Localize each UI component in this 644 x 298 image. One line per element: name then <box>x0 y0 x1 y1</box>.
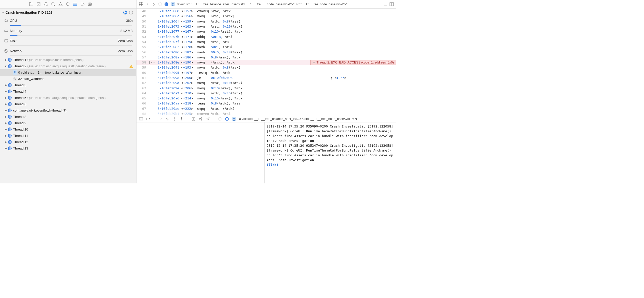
tag-icon[interactable] <box>66 2 70 6</box>
svg-rect-111 <box>226 118 227 120</box>
disclosure-triangle-icon[interactable]: ▶ <box>4 121 8 125</box>
disclosure-triangle-icon[interactable]: ▶ <box>4 128 8 131</box>
gauge-net[interactable]: NetworkZero KB/s <box>0 47 136 55</box>
disclosure-triangle-icon[interactable]: ▶ <box>4 147 8 150</box>
breakpoint-nav-icon[interactable] <box>80 2 85 6</box>
thread-row[interactable]: ▶Thread 3 <box>0 82 136 88</box>
gauge-disk[interactable]: DiskZero KB/s <box>0 36 136 45</box>
asm-line[interactable]: 610x10feb2098 <+200>: je 0x10feb209e; <+… <box>136 75 396 80</box>
disclosure-triangle-icon[interactable]: ▶ <box>4 140 8 144</box>
disclosure-triangle-icon[interactable]: ▶ <box>4 102 8 106</box>
asm-line[interactable]: 660x10feb20aa <+218>: leaq 0x8(%rdx), %r… <box>136 101 396 106</box>
thread-row[interactable]: ▶Thread 5Queue: com.esri.arcgis.requestO… <box>0 95 136 101</box>
location-icon[interactable] <box>206 117 210 121</box>
step-out-icon[interactable] <box>179 117 183 121</box>
svg-point-99 <box>174 120 175 120</box>
hierarchy-icon[interactable] <box>44 2 48 6</box>
thread-row[interactable]: ▶Thread 6 <box>0 101 136 107</box>
split-view-icon[interactable]: + <box>389 2 394 6</box>
asm-line[interactable]: 560x10feb2086 <+182>: movb $0x0, 0x18(%r… <box>136 50 396 55</box>
breakpoints-toggle-icon[interactable] <box>146 117 150 121</box>
no-symbols-icon[interactable] <box>36 2 41 6</box>
variables-view[interactable] <box>136 122 265 183</box>
asm-line[interactable]: 500x10feb206f <+159>: movq %rdx, 0x8(%rs… <box>136 19 396 24</box>
view-debug-icon[interactable] <box>192 117 196 121</box>
thread-icon[interactable] <box>164 2 169 6</box>
asm-line[interactable]: 510x10feb2073 <+163>: movq %rsi, 0x10(%r… <box>136 24 396 29</box>
asm-line[interactable]: 520x10feb2077 <+167>: movq 0x10(%rsi), %… <box>136 29 396 34</box>
svg-rect-38 <box>10 65 11 68</box>
stack-frame-row[interactable]: 32 start_wqthread <box>0 76 136 82</box>
asm-line[interactable]: 640x10feb20a2 <+210>: movq %rdx, 0x10(%r… <box>136 91 396 96</box>
asm-line[interactable]: 670x10feb20ae <+222>: cmpq %rax, (%rdx) <box>136 106 396 111</box>
asm-line[interactable]: 650x10feb20a6 <+214>: movq 0x10(%rax), %… <box>136 96 396 101</box>
asm-line[interactable]: 680x10feb20b1 <+225>: cmoveq %rdx, %rsi <box>136 111 396 115</box>
continue-icon[interactable] <box>158 117 162 121</box>
thread-row[interactable]: ▶Thread 8 <box>0 114 136 120</box>
memory-graph-icon[interactable] <box>199 117 203 121</box>
hide-debug-icon[interactable] <box>139 117 143 121</box>
debug-area: 0 void std::__1::__tree_balance_after_in… <box>136 115 396 183</box>
thread-row[interactable]: ▶Thread 13 <box>0 145 136 152</box>
disclosure-triangle-icon[interactable]: ▶ <box>4 96 8 99</box>
asm-line[interactable]: 58|->0x10feb208e <+190>: movq (%rcx), %r… <box>136 60 396 65</box>
console-output[interactable]: 2019-12-14 17:35:20.935090+0200 Crash In… <box>265 122 397 183</box>
gauge-cpu[interactable]: CPU36% <box>0 16 136 25</box>
target-dotted-icon[interactable] <box>218 117 222 121</box>
refresh-circle-icon[interactable] <box>123 10 127 15</box>
debug-jump-path[interactable]: 0 void std::__1::__tree_balance_after_in… <box>239 117 394 121</box>
process-header[interactable]: ▼ Crash Investigation PID 3192 <box>0 9 136 16</box>
disclosure-triangle-icon[interactable]: ▶ <box>4 58 8 61</box>
jump-bar[interactable]: 0 void std::__1::__tree_balance_after_in… <box>136 0 396 9</box>
thread-row[interactable]: ▼Thread 2Queue: com.esri.arcgis.requestO… <box>0 63 136 69</box>
forward-icon[interactable] <box>152 2 156 6</box>
svg-rect-96 <box>159 118 159 120</box>
line-number: 58 <box>136 60 149 65</box>
step-into-icon[interactable] <box>172 117 176 121</box>
asm-line[interactable]: 480x10feb2068 <+152>: cmoveq %rax, %rcx <box>136 9 396 14</box>
stack-frame-row[interactable]: 0 void std::__1::__tree_balance_after_in… <box>0 69 136 76</box>
thread-row[interactable]: ▶com.apple.uikit.eventfetch-thread (7) <box>0 107 136 114</box>
thread-row[interactable]: ▶Thread 12 <box>0 139 136 145</box>
thread-row[interactable]: ▶Thread 10 <box>0 126 136 133</box>
asm-line[interactable]: 630x10feb209e <+206>: movq 0x10(%rax), %… <box>136 86 396 91</box>
search-icon[interactable] <box>51 2 55 6</box>
thread-row[interactable]: ▶Thread 9 <box>0 120 136 126</box>
asm-line[interactable]: 530x10feb207b <+171>: addq $0x18, %rsi <box>136 34 396 39</box>
person-badge-icon[interactable] <box>232 117 236 121</box>
view-layout-icon[interactable] <box>129 10 133 15</box>
related-items-icon[interactable] <box>139 2 143 6</box>
step-over-icon[interactable] <box>165 117 169 121</box>
person-icon[interactable] <box>171 2 175 6</box>
thread-row[interactable]: ▶Thread 1Queue: com.apple.main-thread (s… <box>0 57 136 63</box>
report-nav-icon[interactable] <box>88 2 92 6</box>
asm-line[interactable]: 540x10feb207f <+175>: movq %rsi, %r8 <box>136 39 396 45</box>
gauge-mem[interactable]: Memory81,2 MB <box>0 26 136 35</box>
jump-bar-path[interactable]: 0 void std::__1::__tree_balance_after_in… <box>177 3 381 6</box>
back-icon[interactable] <box>145 2 150 6</box>
thread-name: Thread 9 <box>13 121 26 125</box>
target-icon[interactable] <box>158 2 162 6</box>
asm-line[interactable]: 570x10feb208a <+186>: movq 0x8(%rax), %r… <box>136 55 396 60</box>
thread-badge-icon[interactable] <box>225 117 229 121</box>
asm-line[interactable]: 600x10feb2095 <+197>: testq %rdx, %rdx <box>136 70 396 75</box>
warning-triangle-icon[interactable] <box>58 2 63 6</box>
disclosure-triangle-icon[interactable]: ▶ <box>4 83 8 87</box>
line-number: 55 <box>136 45 149 50</box>
asm-line[interactable]: 550x10feb2082 <+178>: movb $0x1, (%r8) <box>136 45 396 50</box>
disclosure-triangle-icon[interactable]: ▶ <box>4 115 8 118</box>
disclosure-triangle-icon[interactable]: ▶ <box>4 109 8 112</box>
asm-line[interactable]: 620x10feb209a <+202>: movq %rax, 0x10(%r… <box>136 80 396 86</box>
thread-row[interactable]: ▶Thread 4 <box>0 88 136 95</box>
disclosure-triangle-icon[interactable]: ▶ <box>4 134 8 137</box>
disclosure-triangle-icon[interactable]: ▼ <box>4 65 8 68</box>
thread-name: Thread 10 <box>13 127 28 131</box>
asm-line[interactable]: 490x10feb206c <+156>: movq %rsi, (%rcx) <box>136 14 396 19</box>
disclosure-triangle-icon[interactable]: ▶ <box>4 90 8 93</box>
asm-line[interactable]: 590x10feb2091 <+193>: movq %rdx, 0x8(%ra… <box>136 65 396 70</box>
folder-icon[interactable] <box>29 2 33 6</box>
disclosure-triangle-icon[interactable]: ▼ <box>2 11 5 14</box>
debug-nav-icon[interactable] <box>73 2 77 6</box>
thread-row[interactable]: ▶Thread 11 <box>0 133 136 139</box>
lines-icon[interactable] <box>383 2 387 6</box>
